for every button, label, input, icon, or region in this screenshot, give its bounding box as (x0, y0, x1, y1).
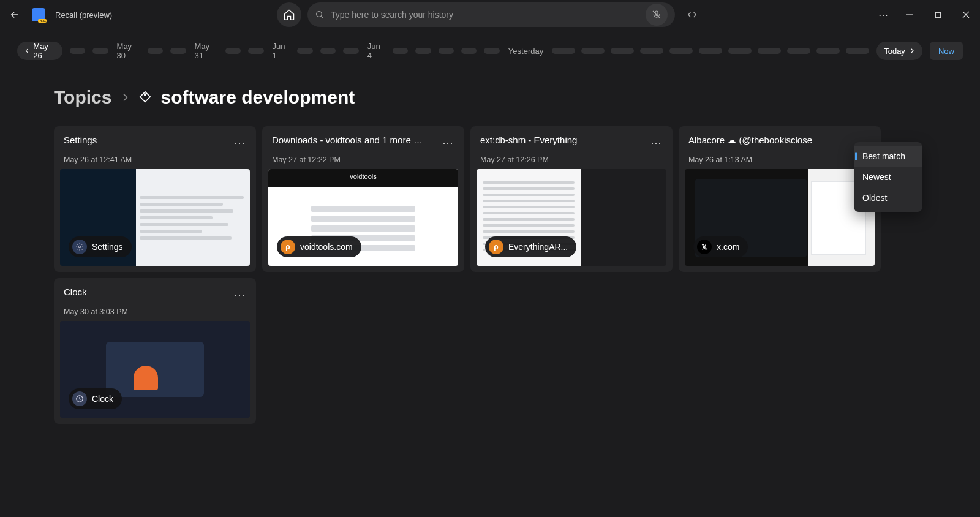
snapshot-card[interactable]: Clock ⋯ May 30 at 3:03 PM Clock (54, 278, 256, 424)
everything-icon: ρ (489, 240, 503, 254)
card-source-label: EverythingAR... (508, 242, 568, 252)
timeline-date-label: May 30 (116, 42, 140, 60)
card-title: Clock (64, 287, 87, 297)
card-source-badge: Clock (69, 388, 122, 409)
timeline-segment[interactable] (415, 48, 431, 54)
card-source-badge: 𝕏 x.com (693, 236, 748, 257)
timeline-segment[interactable] (70, 48, 85, 54)
everything-icon: ρ (281, 240, 295, 254)
timeline-segment[interactable] (170, 48, 186, 54)
svg-rect-2 (935, 12, 940, 17)
card-thumbnail: Clock (60, 321, 250, 418)
timeline-segment[interactable] (758, 48, 781, 54)
home-button[interactable] (277, 2, 301, 27)
card-more-button[interactable]: ⋯ (647, 135, 663, 149)
card-title: Albacore ☁ (@thebookisclose (688, 135, 812, 146)
snapshot-card[interactable]: Albacore ☁ (@thebookisclose ⋯ May 26 at … (679, 126, 881, 272)
timeline-segment[interactable] (225, 48, 241, 54)
chevron-right-icon (120, 92, 130, 102)
close-button[interactable] (952, 0, 980, 29)
svg-point-3 (145, 94, 146, 96)
maximize-button[interactable] (924, 0, 952, 29)
x-icon: 𝕏 (697, 240, 712, 254)
sort-menu: Best match Newest Oldest (854, 142, 922, 212)
timeline-segment[interactable] (320, 48, 336, 54)
timeline-segment[interactable] (640, 48, 663, 54)
card-date: May 26 at 12:41 AM (54, 156, 256, 169)
breadcrumb-topics[interactable]: Topics (54, 87, 111, 108)
card-more-button[interactable]: ⋯ (230, 287, 246, 301)
card-thumbnail: ρ voidtools.com (268, 169, 458, 266)
sort-item-best-match[interactable]: Best match (854, 146, 922, 167)
timeline-now-button[interactable]: Now (930, 42, 963, 60)
card-more-button[interactable]: ⋯ (230, 135, 246, 149)
timeline-today-chip[interactable]: Today (876, 42, 922, 60)
search-box[interactable] (307, 2, 675, 27)
window-controls: ⋯ (871, 0, 980, 29)
timeline-now-label: Now (938, 47, 954, 56)
card-more-button[interactable]: ⋯ (439, 135, 454, 149)
card-source-label: x.com (717, 242, 739, 252)
card-source-label: voidtools.com (300, 242, 353, 252)
timeline-segment[interactable] (297, 48, 312, 54)
timeline-date-label: Jun 1 (271, 42, 290, 60)
tag-icon (138, 91, 152, 104)
card-source-label: Settings (92, 242, 123, 252)
card-title: Downloads - voidtools and 1 more page... (272, 135, 425, 145)
timeline-segment[interactable] (393, 48, 408, 54)
card-source-badge: Settings (69, 236, 132, 257)
card-source-label: Clock (92, 394, 113, 404)
timeline-date-label: May 31 (194, 42, 218, 60)
sort-item-newest[interactable]: Newest (854, 167, 922, 187)
timeline-segment[interactable] (484, 48, 499, 54)
timeline-segment[interactable] (439, 48, 454, 54)
search-icon (315, 10, 325, 20)
timeline-start-chip[interactable]: May 26 (17, 42, 62, 60)
timeline-segment[interactable] (728, 48, 752, 54)
timeline-date-label: Jun 4 (366, 42, 385, 60)
card-thumbnail: 𝕏 x.com (685, 169, 875, 266)
timeline-date-label: Yesterday (507, 47, 545, 56)
timeline-segment[interactable] (816, 48, 840, 54)
snapshot-card[interactable]: Settings ⋯ May 26 at 12:41 AM Settings (54, 126, 256, 272)
svg-point-4 (78, 246, 81, 248)
svg-point-0 (317, 12, 322, 17)
titlebar-left: Recall (preview) (7, 7, 252, 22)
cards-grid: Settings ⋯ May 26 at 12:41 AM Settings D… (0, 126, 980, 424)
timeline-start-label: May 26 (33, 42, 55, 60)
timeline-segment[interactable] (461, 48, 477, 54)
timeline-segment[interactable] (343, 48, 358, 54)
snapshot-card[interactable]: Downloads - voidtools and 1 more page...… (262, 126, 464, 272)
timeline-segment[interactable] (787, 48, 810, 54)
card-title: ext:db-shm - Everything (480, 135, 577, 145)
clock-icon (72, 391, 87, 406)
gear-icon (72, 240, 87, 254)
timeline: May 26 May 30 May 31 Jun 1 Jun 4 Yesterd… (0, 29, 980, 75)
breadcrumb-current: software development (160, 87, 355, 108)
timeline-segment[interactable] (846, 48, 869, 54)
overflow-button[interactable]: ⋯ (871, 0, 895, 29)
back-button[interactable] (7, 7, 22, 22)
timeline-segment[interactable] (611, 48, 634, 54)
search-input[interactable] (331, 10, 639, 20)
snapshot-card[interactable]: ext:db-shm - Everything ⋯ May 27 at 12:2… (470, 126, 673, 272)
timeline-segment[interactable] (248, 48, 263, 54)
timeline-segment[interactable] (552, 48, 575, 54)
timeline-segment[interactable] (92, 48, 108, 54)
timeline-segment[interactable] (581, 48, 605, 54)
mic-button[interactable] (646, 4, 668, 26)
card-title: Settings (64, 135, 97, 145)
timeline-spacer (552, 48, 869, 54)
timeline-segment[interactable] (148, 48, 163, 54)
card-date: May 27 at 12:22 PM (262, 156, 464, 169)
card-thumbnail: ρ EverythingAR... (477, 169, 666, 266)
minimize-button[interactable] (895, 0, 924, 29)
card-source-badge: ρ voidtools.com (277, 236, 361, 257)
timeline-segment[interactable] (669, 48, 693, 54)
code-brackets-button[interactable] (681, 4, 703, 26)
app-icon (32, 8, 45, 21)
sort-item-oldest[interactable]: Oldest (854, 187, 922, 208)
timeline-segment[interactable] (699, 48, 722, 54)
card-source-badge: ρ EverythingAR... (485, 236, 576, 257)
card-date: May 27 at 12:26 PM (470, 156, 673, 169)
